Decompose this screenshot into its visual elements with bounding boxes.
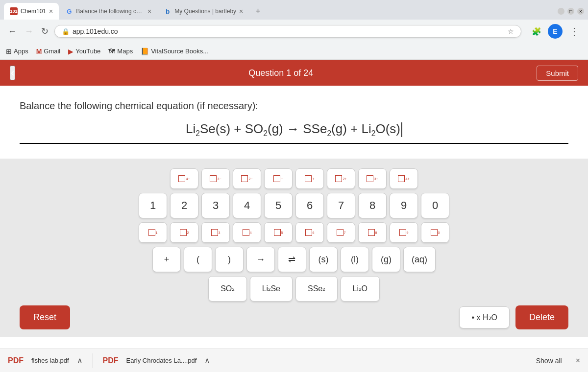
compound-li2se[interactable]: Li2Se xyxy=(250,276,293,302)
address-text: app.101edu.co xyxy=(73,27,504,35)
bookmark-star-icon[interactable]: ☆ xyxy=(508,27,514,35)
pdf-icon-2: PDF xyxy=(103,356,119,365)
tab-balance[interactable]: G Balance the following chemica × xyxy=(59,3,157,20)
num-key-9[interactable]: 9 xyxy=(390,193,418,218)
sub-key-7[interactable]: 7 xyxy=(327,222,355,243)
address-bar[interactable]: 🔒 app.101edu.co ☆ xyxy=(54,25,521,38)
pdf-icon-1: PDF xyxy=(8,356,24,365)
download-name-2: Early Chrodates La....pdf xyxy=(126,357,197,364)
bookmark-maps-label: Maps xyxy=(117,47,133,55)
tab-chem101[interactable]: 101 Chem101 × xyxy=(4,3,59,20)
bookmark-maps[interactable]: 🗺 Maps xyxy=(108,47,133,55)
num-key-3[interactable]: 3 xyxy=(201,193,230,218)
bottom-bar: PDF fishes lab.pdf ∧ PDF Early Chrodates… xyxy=(0,349,588,372)
bookmark-vitalsource-label: VitalSource Books... xyxy=(151,47,208,55)
tab-close-chem101[interactable]: × xyxy=(49,7,53,15)
num-key-0[interactable]: 0 xyxy=(421,193,449,218)
vitalsource-icon: 📙 xyxy=(141,47,149,55)
equation-display: Li2Se(s) + SO2(g) → SSe2(g) + Li2O(s) xyxy=(20,121,568,144)
compound-sse2[interactable]: SSe2 xyxy=(295,276,338,302)
sub-key-8[interactable]: 8 xyxy=(358,222,387,243)
number-row: 1 2 3 4 5 6 7 8 9 0 xyxy=(0,193,588,218)
tab-title-chem101: Chem101 xyxy=(21,8,46,15)
equation-text: Li2Se(s) + SO2(g) → SSe2(g) + Li2O(s) xyxy=(186,121,400,138)
ion-key-1plus[interactable]: + xyxy=(295,168,324,189)
new-tab-button[interactable]: + xyxy=(251,6,265,17)
sub-key-2[interactable]: 2 xyxy=(170,222,198,243)
sub-key-9[interactable]: 9 xyxy=(390,222,418,243)
main-content: Balance the following chemical equation … xyxy=(0,86,588,159)
bookmark-vitalsource[interactable]: 📙 VitalSource Books... xyxy=(141,47,208,55)
browser-menu-button[interactable]: ⋮ xyxy=(566,24,582,38)
ion-key-2plus[interactable]: 2+ xyxy=(327,168,355,189)
refresh-button[interactable]: ↻ xyxy=(39,24,50,39)
app-header: ‹ Question 1 of 24 Submit xyxy=(0,60,588,86)
question-prompt: Balance the following chemical equation … xyxy=(20,100,568,112)
show-all-button[interactable]: Show all xyxy=(530,354,568,368)
tab-bartleby[interactable]: b My Questions | bartleby × xyxy=(158,3,249,20)
sym-gas[interactable]: (g) xyxy=(372,247,400,272)
tab-bar: 101 Chem101 × G Balance the following ch… xyxy=(0,0,588,20)
ion-key-2minus[interactable]: 2− xyxy=(233,168,261,189)
extensions-button[interactable]: 🧩 xyxy=(529,24,544,39)
num-key-4[interactable]: 4 xyxy=(233,193,261,218)
profile-button[interactable]: E xyxy=(548,24,563,39)
maps-icon: 🗺 xyxy=(108,47,115,55)
sym-plus[interactable]: + xyxy=(152,247,181,272)
action-row: Reset • x H₂O Delete xyxy=(0,305,588,329)
sym-arrow[interactable]: → xyxy=(246,247,275,272)
download-chevron-2[interactable]: ∧ xyxy=(204,356,210,365)
sym-solid[interactable]: (s) xyxy=(309,247,338,272)
num-key-6[interactable]: 6 xyxy=(295,193,324,218)
bookmark-gmail[interactable]: M Gmail xyxy=(36,47,61,55)
back-nav-button[interactable]: ← xyxy=(6,24,19,39)
compound-li2o[interactable]: Li2O xyxy=(341,276,380,302)
delete-button[interactable]: Delete xyxy=(515,305,568,329)
tab-close-bartleby[interactable]: × xyxy=(239,7,243,15)
num-key-5[interactable]: 5 xyxy=(264,193,293,218)
sym-liquid[interactable]: (l) xyxy=(341,247,369,272)
tab-title-balance: Balance the following chemica xyxy=(76,8,145,15)
ion-key-4minus[interactable]: 4− xyxy=(170,168,198,189)
ion-key-3minus[interactable]: 3− xyxy=(201,168,230,189)
submit-button[interactable]: Submit xyxy=(537,66,578,81)
sub-key-5[interactable]: 5 xyxy=(264,222,293,243)
tab-close-balance[interactable]: × xyxy=(147,7,151,15)
num-key-2[interactable]: 2 xyxy=(170,193,198,218)
bookmarks-bar: ⊞ Apps M Gmail ▶ YouTube 🗺 Maps 📙 VitalS… xyxy=(0,43,588,60)
download-item-1: fishes lab.pdf xyxy=(31,357,69,364)
sym-equilibrium[interactable]: ⇌ xyxy=(278,247,306,272)
sub-key-4[interactable]: 4 xyxy=(233,222,261,243)
bookmark-apps[interactable]: ⊞ Apps xyxy=(6,47,28,55)
address-bar-row: ← → ↻ 🔒 app.101edu.co ☆ 🧩 E ⋮ xyxy=(0,20,588,43)
maximize-button[interactable]: □ xyxy=(567,8,574,15)
reset-button[interactable]: Reset xyxy=(20,305,70,329)
compound-so2[interactable]: SO2 xyxy=(208,276,246,302)
gmail-icon: M xyxy=(36,47,42,55)
minimize-button[interactable]: — xyxy=(558,8,564,15)
ion-key-3plus[interactable]: 3+ xyxy=(358,168,387,189)
sub-key-3[interactable]: 3 xyxy=(201,222,230,243)
num-key-1[interactable]: 1 xyxy=(139,193,167,218)
subscript-row: 1 2 3 4 5 6 7 8 9 0 xyxy=(0,222,588,243)
download-chevron-1[interactable]: ∧ xyxy=(77,356,83,365)
close-downloads-button[interactable]: × xyxy=(576,356,580,365)
sym-open-paren[interactable]: ( xyxy=(184,247,212,272)
extension-icons: 🧩 E ⋮ xyxy=(529,24,582,39)
bookmark-youtube[interactable]: ▶ YouTube xyxy=(68,47,100,55)
apps-icon: ⊞ xyxy=(6,47,12,55)
ion-key-1minus[interactable]: − xyxy=(264,168,293,189)
sub-key-1[interactable]: 1 xyxy=(139,222,167,243)
ion-key-4plus[interactable]: 4+ xyxy=(390,168,418,189)
browser-chrome: 101 Chem101 × G Balance the following ch… xyxy=(0,0,588,60)
sym-close-paren[interactable]: ) xyxy=(215,247,244,272)
forward-nav-button[interactable]: → xyxy=(23,24,35,39)
close-button[interactable]: × xyxy=(577,8,584,15)
water-button[interactable]: • x H₂O xyxy=(459,306,510,328)
sym-aqueous[interactable]: (aq) xyxy=(403,247,436,272)
num-key-8[interactable]: 8 xyxy=(358,193,387,218)
sub-key-0[interactable]: 0 xyxy=(421,222,449,243)
back-button[interactable]: ‹ xyxy=(10,66,15,80)
num-key-7[interactable]: 7 xyxy=(327,193,355,218)
sub-key-6[interactable]: 6 xyxy=(295,222,324,243)
